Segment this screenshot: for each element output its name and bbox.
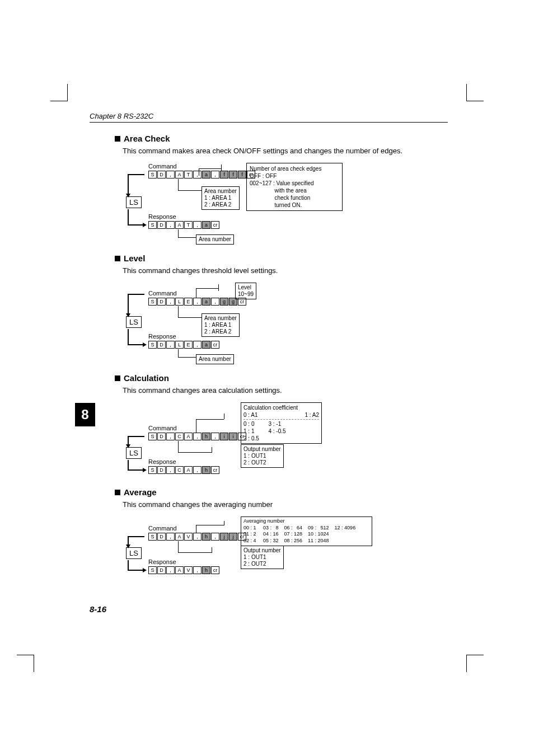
ls-box: LS <box>126 547 142 559</box>
area-desc: This command makes area check ON/OFF set… <box>123 147 448 155</box>
level-cmd-row: SD,LE,a,ggcr <box>148 298 247 306</box>
level-range-box: Level 10~99 <box>235 283 256 299</box>
resp-label: Response <box>148 458 220 465</box>
level-resp-num: Area number <box>196 354 234 364</box>
resp-label: Response <box>148 213 220 220</box>
ls-box: LS <box>126 196 142 208</box>
cmd-label: Command <box>148 290 247 297</box>
level-desc: This command changes threshold level set… <box>123 266 448 275</box>
avg-box: Averaging number 00 : 1 03 : 8 06 : 64 0… <box>241 516 372 546</box>
page-number: 8-16 <box>90 604 106 614</box>
section-calculation: Calculation This command changes area ca… <box>115 373 448 475</box>
area-num-box: Area number 1 : AREA 1 2 : AREA 2 <box>202 186 240 210</box>
level-title: Level <box>124 253 145 263</box>
resp-label: Response <box>148 558 220 565</box>
avg-title: Average <box>124 487 157 497</box>
section-average: Average This command changes the averagi… <box>115 487 448 578</box>
calc-title: Calculation <box>124 373 169 383</box>
chapter-heading: Chapter 8 RS-232C <box>90 112 448 120</box>
avg-cmd-row: SD,AV,h,jjcr <box>148 533 247 541</box>
avg-resp-row: SD,AV,hcr <box>148 566 220 574</box>
calc-desc: This command changes area calculation se… <box>123 386 448 395</box>
avg-out-box: Output number 1 : OUT1 2 : OUT2 <box>241 546 284 569</box>
section-area-check: Area Check This command makes area check… <box>115 134 448 241</box>
area-cmd-row: SD,AT,a,fffcr <box>148 171 256 179</box>
calc-coeff-box: Calculation coefficient 0 : A1 1 : A2 0 … <box>241 402 322 444</box>
ls-box: LS <box>126 447 142 459</box>
ls-box: LS <box>126 316 142 328</box>
calc-cmd-row: SD,CA,h,iicr <box>148 433 247 440</box>
cmd-label: Command <box>148 525 247 532</box>
area-title: Area Check <box>124 134 170 143</box>
cmd-label: Command <box>148 425 247 431</box>
page-content: Chapter 8 RS-232C Area Check This comman… <box>90 112 448 590</box>
area-resp-num: Area number <box>196 234 234 245</box>
avg-desc: This command changes the averaging numbe… <box>123 500 448 509</box>
level-resp-row: SD,LE,acr <box>148 341 220 349</box>
area-resp-row: SD,AT,acr <box>148 221 220 229</box>
area-note-box: Number of area check edges OFF : OFF 002… <box>246 163 343 211</box>
section-level: Level This command changes threshold lev… <box>115 253 448 361</box>
calc-resp-row: SD,CA,hcr <box>148 466 220 474</box>
resp-label: Response <box>148 333 220 340</box>
calc-out-box: Output number 1 : OUT1 2 : OUT2 <box>241 444 284 468</box>
